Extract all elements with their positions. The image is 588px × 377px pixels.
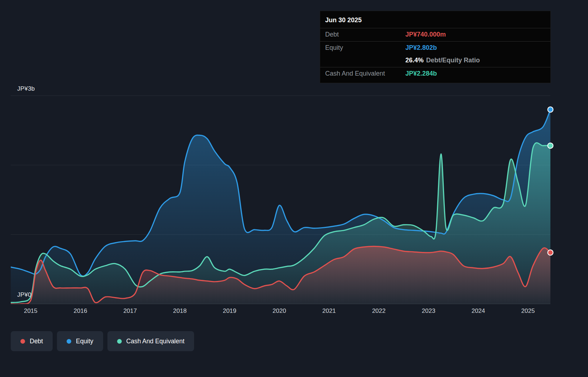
- tooltip: Jun 30 2025 Debt JP¥740.000m Equity JP¥2…: [320, 11, 551, 83]
- tooltip-debt-value: JP¥740.000m: [405, 31, 547, 39]
- y-axis-label-0: JP¥0: [17, 291, 32, 299]
- equity-end-marker: [548, 107, 553, 112]
- x-tick-2016: 2016: [74, 307, 87, 315]
- legend: DebtEquityCash And Equivalent: [11, 331, 194, 351]
- x-tick-2018: 2018: [173, 307, 187, 315]
- tooltip-row-debt: Debt JP¥740.000m: [320, 28, 550, 41]
- legend-item-cash[interactable]: Cash And Equivalent: [107, 331, 194, 351]
- debt-dot-icon: [20, 339, 25, 344]
- debt-end-marker: [548, 250, 553, 255]
- tooltip-ratio-label: Debt/Equity Ratio: [426, 57, 480, 64]
- x-tick-2021: 2021: [322, 307, 336, 315]
- x-tick-2022: 2022: [372, 307, 386, 315]
- tooltip-row-ratio: 26.4%Debt/Equity Ratio: [320, 54, 550, 67]
- tooltip-row-equity: Equity JP¥2.802b: [320, 41, 550, 54]
- x-axis: 2015201620172018201920202021202220232024…: [0, 307, 588, 317]
- cash-dot-icon: [117, 339, 122, 344]
- y-axis-label-3b: JP¥3b: [17, 85, 35, 92]
- tooltip-debt-label: Debt: [325, 31, 405, 39]
- x-tick-2023: 2023: [422, 307, 435, 315]
- legend-label-cash: Cash And Equivalent: [126, 338, 184, 345]
- tooltip-ratio-value-cell: 26.4%Debt/Equity Ratio: [405, 57, 547, 65]
- legend-item-debt[interactable]: Debt: [11, 331, 53, 351]
- x-tick-2025: 2025: [521, 307, 535, 315]
- equity-dot-icon: [67, 339, 71, 344]
- chart-page: JP¥3b JP¥0 20152016201720182019202020212…: [0, 0, 588, 377]
- tooltip-row-cash: Cash And Equivalent JP¥2.284b: [320, 67, 550, 80]
- x-tick-2024: 2024: [472, 307, 485, 315]
- legend-label-equity: Equity: [76, 338, 93, 345]
- cash-end-marker: [548, 143, 553, 148]
- x-tick-2020: 2020: [273, 307, 286, 315]
- legend-item-equity[interactable]: Equity: [57, 331, 103, 351]
- legend-label-debt: Debt: [30, 338, 43, 345]
- x-tick-2017: 2017: [123, 307, 137, 315]
- tooltip-date: Jun 30 2025: [320, 11, 550, 28]
- tooltip-equity-value: JP¥2.802b: [405, 44, 547, 52]
- x-tick-2019: 2019: [223, 307, 236, 315]
- x-tick-2015: 2015: [24, 307, 38, 315]
- tooltip-ratio-value: 26.4%: [405, 57, 424, 64]
- tooltip-cash-value: JP¥2.284b: [405, 70, 547, 78]
- tooltip-equity-label: Equity: [325, 44, 405, 52]
- tooltip-cash-label: Cash And Equivalent: [325, 70, 405, 78]
